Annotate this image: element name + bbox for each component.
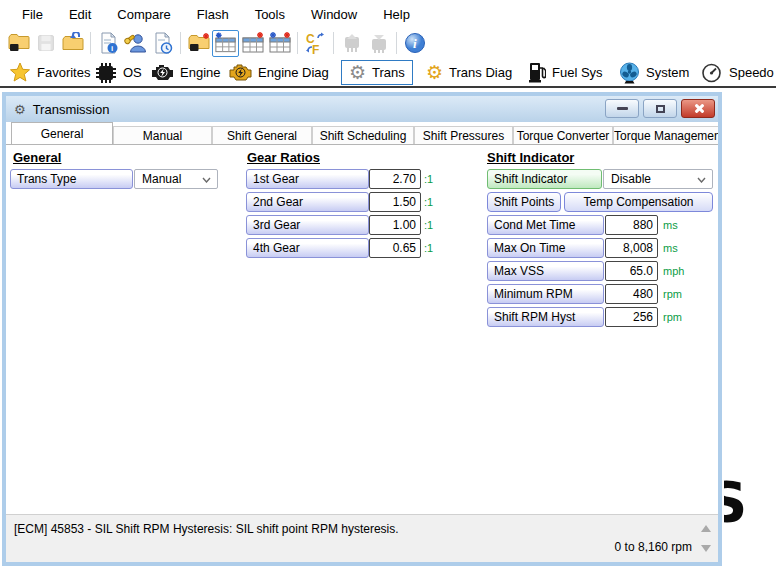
import-revert-icon[interactable] xyxy=(59,30,86,57)
param-value[interactable]: 8,008 xyxy=(605,238,658,258)
engine-icon xyxy=(150,63,174,82)
ribbon-system[interactable]: System xyxy=(612,60,696,85)
svg-text:i: i xyxy=(111,44,113,53)
ribbon-label: System xyxy=(646,65,689,80)
menu-edit[interactable]: Edit xyxy=(56,3,104,26)
status-range: 0 to 8,160 rpm xyxy=(615,540,692,554)
section-heading-shift-indicator: Shift Indicator xyxy=(487,150,574,165)
gear-ratio-value[interactable]: 2.70 xyxy=(369,169,421,189)
ribbon-engine-diag[interactable]: Engine Diag xyxy=(221,60,336,85)
tab-shift-scheduling[interactable]: Shift Scheduling xyxy=(312,126,414,145)
shift-indicator-dropdown[interactable]: Disable xyxy=(603,169,713,189)
trans-type-label[interactable]: Trans Type xyxy=(10,169,133,189)
gear-ratio-unit: :1 xyxy=(424,238,433,258)
tab-general[interactable]: General xyxy=(11,122,113,145)
star-icon xyxy=(9,62,31,83)
ribbon-favorites[interactable]: Favorites xyxy=(2,60,97,85)
menu-compare[interactable]: Compare xyxy=(104,3,183,26)
diff-table-icon[interactable] xyxy=(266,30,293,57)
chip-icon xyxy=(95,62,117,84)
ribbon-engine[interactable]: Engine xyxy=(143,60,227,85)
param-label[interactable]: Max VSS xyxy=(487,261,604,281)
status-message: [ECM] 45853 - SIL Shift RPM Hysteresis: … xyxy=(14,522,399,536)
ribbon-trans-diag[interactable]: ⚙ Trans Diag xyxy=(419,60,519,85)
menu-flash[interactable]: Flash xyxy=(184,3,242,26)
compare-table-icon[interactable] xyxy=(239,30,266,57)
gear-ratio-label[interactable]: 3rd Gear xyxy=(246,215,369,235)
open-compare-bin-icon[interactable] xyxy=(185,30,212,57)
toolbar-separator xyxy=(180,32,181,54)
toolbar: i CF i xyxy=(0,28,776,58)
tab-manual[interactable]: Manual xyxy=(113,126,212,145)
gear-ratio-unit: :1 xyxy=(424,215,433,235)
tab-content-general: General Trans Type Manual Gear Ratios 1s… xyxy=(6,145,718,514)
param-value[interactable]: 65.0 xyxy=(605,261,658,281)
tab-torque-management[interactable]: Torque Management xyxy=(613,126,718,145)
param-value[interactable]: 880 xyxy=(605,215,658,235)
gear-ratio-label[interactable]: 4th Gear xyxy=(246,238,369,258)
gear-ratio-unit: :1 xyxy=(424,192,433,212)
menu-file[interactable]: File xyxy=(9,3,56,26)
scroll-up-icon[interactable] xyxy=(701,525,711,532)
tab-shift-pressures[interactable]: Shift Pressures xyxy=(414,126,513,145)
tab-torque-converter[interactable]: Torque Converter xyxy=(513,126,613,145)
svg-text:F: F xyxy=(312,43,319,55)
gear-ratio-value[interactable]: 1.00 xyxy=(369,215,421,235)
param-label[interactable]: Cond Met Time xyxy=(487,215,604,235)
transmission-window: ⚙ Transmission General Manual Shift Gene… xyxy=(2,92,722,566)
bin-info-icon[interactable]: i xyxy=(95,30,122,57)
maximize-button[interactable] xyxy=(643,99,677,118)
scroll-down-icon[interactable] xyxy=(701,545,711,552)
window-tabstrip: General Manual Shift General Shift Sched… xyxy=(6,122,718,145)
gear-ratio-value[interactable]: 0.65 xyxy=(369,238,421,258)
new-table-icon[interactable] xyxy=(212,30,239,57)
temp-compensation-button[interactable]: Temp Compensation xyxy=(564,192,713,212)
window-title: Transmission xyxy=(33,102,110,117)
menu-tools[interactable]: Tools xyxy=(242,3,298,26)
fuel-pump-icon xyxy=(528,62,546,83)
gear-icon: ⚙ xyxy=(349,63,366,82)
gear-ratio-value[interactable]: 1.50 xyxy=(369,192,421,212)
gear-ratio-unit: :1 xyxy=(424,169,433,189)
trans-type-dropdown[interactable]: Manual xyxy=(134,169,218,189)
save-icon[interactable] xyxy=(32,30,59,57)
param-label[interactable]: Max On Time xyxy=(487,238,604,258)
tab-shift-general[interactable]: Shift General xyxy=(212,126,312,145)
trans-type-value: Manual xyxy=(142,172,181,186)
toolbar-separator xyxy=(333,32,334,54)
param-unit: mph xyxy=(663,261,684,281)
unit-convert-cf-icon[interactable]: CF xyxy=(302,30,329,57)
open-bin-icon[interactable] xyxy=(5,30,32,57)
param-label[interactable]: Shift RPM Hyst xyxy=(487,307,604,327)
read-chip-icon[interactable] xyxy=(338,30,365,57)
ribbon-os[interactable]: OS xyxy=(88,60,149,85)
chevron-down-icon xyxy=(202,177,211,183)
ribbon-label: Fuel Sys xyxy=(552,65,603,80)
ribbon-trans[interactable]: ⚙ Trans xyxy=(341,60,413,85)
ribbon-speedo[interactable]: Speedo xyxy=(693,60,776,85)
param-label[interactable]: Minimum RPM xyxy=(487,284,604,304)
about-info-icon[interactable]: i xyxy=(401,30,428,57)
minimize-button[interactable] xyxy=(605,99,639,118)
menu-help[interactable]: Help xyxy=(370,3,423,26)
gear-ratio-label[interactable]: 2nd Gear xyxy=(246,192,369,212)
svg-text:i: i xyxy=(413,36,417,51)
toolbar-separator xyxy=(396,32,397,54)
ribbon-label: OS xyxy=(123,65,142,80)
close-button[interactable] xyxy=(681,99,715,118)
write-chip-icon[interactable] xyxy=(365,30,392,57)
param-value[interactable]: 256 xyxy=(605,307,658,327)
shift-indicator-label[interactable]: Shift Indicator xyxy=(487,169,602,189)
gear-ratio-label[interactable]: 1st Gear xyxy=(246,169,369,189)
security-key-icon[interactable] xyxy=(122,30,149,57)
shift-points-button[interactable]: Shift Points xyxy=(487,192,561,212)
param-value[interactable]: 480 xyxy=(605,284,658,304)
menu-window[interactable]: Window xyxy=(298,3,370,26)
bin-history-icon[interactable] xyxy=(149,30,176,57)
close-icon xyxy=(693,103,704,114)
ribbon-fuel-sys[interactable]: Fuel Sys xyxy=(521,60,610,85)
window-titlebar[interactable]: ⚙ Transmission xyxy=(6,96,718,122)
shift-indicator-value: Disable xyxy=(611,172,651,186)
chevron-down-icon xyxy=(697,177,706,183)
param-unit: ms xyxy=(663,215,678,235)
